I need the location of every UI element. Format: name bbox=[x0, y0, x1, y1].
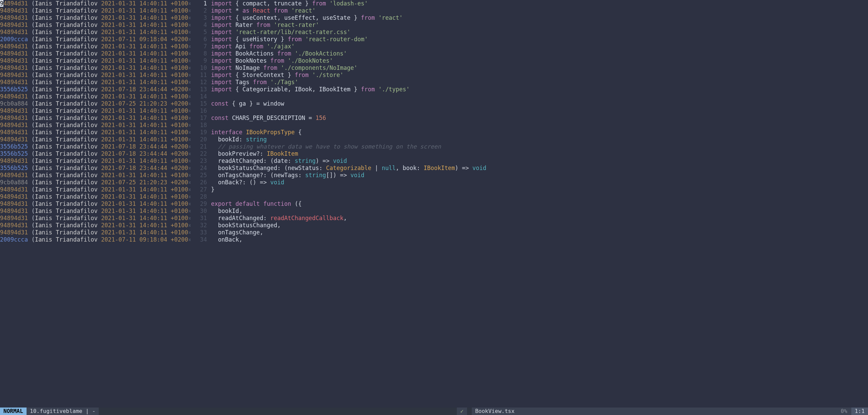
blame-row[interactable]: 94894d31 (Ianis Triandafilov 2021-01-31 … bbox=[0, 107, 191, 114]
code-line[interactable]: import { useContext, useEffect, useState… bbox=[211, 14, 868, 21]
blame-row[interactable]: 94894d31 (Ianis Triandafilov 2021-01-31 … bbox=[0, 50, 191, 57]
line-number: 4 bbox=[191, 21, 207, 29]
code-line[interactable] bbox=[211, 122, 868, 129]
code-line[interactable]: onBack?: () => void bbox=[211, 179, 868, 186]
code-line[interactable]: // passing whatever data we have to show… bbox=[211, 143, 868, 150]
blame-row[interactable]: 94894d31 (Ianis Triandafilov 2021-01-31 … bbox=[0, 14, 191, 21]
blame-row[interactable]: 94894d31 (Ianis Triandafilov 2021-01-31 … bbox=[0, 157, 191, 165]
blame-row[interactable]: 94894d31 (Ianis Triandafilov 2021-01-31 … bbox=[0, 200, 191, 207]
pane-divider bbox=[467, 408, 472, 415]
blame-row[interactable]: 9cb0a884 (Ianis Triandafilov 2021-07-25 … bbox=[0, 100, 191, 107]
code-line[interactable]: import Rater from 'react-rater' bbox=[211, 21, 868, 29]
line-number: 9 bbox=[191, 57, 207, 64]
code-line[interactable]: import { StoreContext } from './store' bbox=[211, 72, 868, 79]
blame-row[interactable]: 94894d31 (Ianis Triandafilov 2021-01-31 … bbox=[0, 93, 191, 100]
blame-row[interactable]: 94894d31 (Ianis Triandafilov 2021-01-31 … bbox=[0, 122, 191, 129]
code-line[interactable]: import Api from './ajax' bbox=[211, 43, 868, 50]
code-line[interactable] bbox=[211, 93, 868, 100]
line-number: 26 bbox=[191, 179, 207, 186]
code-pane[interactable]: 1234567891011121314151617181920212223242… bbox=[191, 0, 868, 408]
code-line[interactable]: import 'react-rater/lib/react-rater.css' bbox=[211, 29, 868, 36]
blame-row[interactable]: 94894d31 (Ianis Triandafilov 2021-01-31 … bbox=[0, 64, 191, 72]
mode-indicator: NORMAL bbox=[0, 408, 27, 415]
line-number: 5 bbox=[191, 29, 207, 36]
code-line[interactable]: bookPreview?: IBookItem bbox=[211, 150, 868, 157]
code-line[interactable]: interface IBookPropsType { bbox=[211, 129, 868, 136]
blame-row[interactable]: 3556b525 (Ianis Triandafilov 2021-07-18 … bbox=[0, 143, 191, 150]
line-number: 25 bbox=[191, 172, 207, 179]
code-line[interactable]: readAtChanged: (date: string) => void bbox=[211, 157, 868, 165]
line-number: 8 bbox=[191, 50, 207, 57]
blame-row[interactable]: 94894d31 (Ianis Triandafilov 2021-01-31 … bbox=[0, 114, 191, 122]
blame-gutter[interactable]: 94894d31 (Ianis Triandafilov 2021-01-31 … bbox=[0, 0, 191, 408]
code-line[interactable]: import * as React from 'react' bbox=[211, 7, 868, 14]
code-line[interactable]: import BookNotes from './BookNotes' bbox=[211, 57, 868, 64]
code-line[interactable]: bookStatusChanged: (newStatus: Categoriz… bbox=[211, 165, 868, 172]
code-line[interactable]: const { ga } = window bbox=[211, 100, 868, 107]
line-number: 30 bbox=[191, 207, 207, 215]
blame-row[interactable]: 3556b525 (Ianis Triandafilov 2021-07-18 … bbox=[0, 165, 191, 172]
line-number: 21 bbox=[191, 143, 207, 150]
blame-row[interactable]: 9cb0a884 (Ianis Triandafilov 2021-07-25 … bbox=[0, 179, 191, 186]
line-number: 19 bbox=[191, 129, 207, 136]
blame-row[interactable]: 94894d31 (Ianis Triandafilov 2021-01-31 … bbox=[0, 57, 191, 64]
code-line[interactable]: import { useHistory } from 'react-router… bbox=[211, 36, 868, 43]
blame-row[interactable]: 94894d31 (Ianis Triandafilov 2021-01-31 … bbox=[0, 43, 191, 50]
line-number: 27 bbox=[191, 186, 207, 193]
code-line[interactable]: bookStatusChanged, bbox=[211, 222, 868, 229]
blame-row[interactable]: 94894d31 (Ianis Triandafilov 2021-01-31 … bbox=[0, 172, 191, 179]
editor-viewport: 94894d31 (Ianis Triandafilov 2021-01-31 … bbox=[0, 0, 868, 408]
code-line[interactable]: bookId: string bbox=[211, 136, 868, 143]
code-column[interactable]: import { compact, truncate } from 'lodas… bbox=[211, 0, 868, 408]
code-line[interactable]: import { Categorizable, IBook, IBookItem… bbox=[211, 86, 868, 93]
lint-status-icon: ✓ bbox=[457, 408, 467, 415]
code-line[interactable]: readAtChanged: readAtChangedCallback, bbox=[211, 215, 868, 222]
line-number: 17 bbox=[191, 114, 207, 122]
code-line[interactable] bbox=[211, 193, 868, 200]
blame-row[interactable]: 94894d31 (Ianis Triandafilov 2021-01-31 … bbox=[0, 72, 191, 79]
code-line[interactable]: export default function ({ bbox=[211, 200, 868, 207]
line-number: 3 bbox=[191, 14, 207, 21]
code-line[interactable]: } bbox=[211, 186, 868, 193]
cursor-position: 1:1 bbox=[851, 408, 868, 415]
line-number: 7 bbox=[191, 43, 207, 50]
blame-row[interactable]: 94894d31 (Ianis Triandafilov 2021-01-31 … bbox=[0, 7, 191, 14]
blame-row[interactable]: 3556b525 (Ianis Triandafilov 2021-07-18 … bbox=[0, 150, 191, 157]
code-line[interactable]: import { compact, truncate } from 'lodas… bbox=[211, 0, 868, 7]
blame-row[interactable]: 94894d31 (Ianis Triandafilov 2021-01-31 … bbox=[0, 186, 191, 193]
code-line[interactable]: import NoImage from './components/NoImag… bbox=[211, 64, 868, 72]
line-number: 33 bbox=[191, 229, 207, 236]
blame-row[interactable]: 3556b525 (Ianis Triandafilov 2021-07-18 … bbox=[0, 86, 191, 93]
blame-row[interactable]: 94894d31 (Ianis Triandafilov 2021-01-31 … bbox=[0, 129, 191, 136]
blame-row[interactable]: 94894d31 (Ianis Triandafilov 2021-01-31 … bbox=[0, 207, 191, 215]
blame-row[interactable]: 94894d31 (Ianis Triandafilov 2021-01-31 … bbox=[0, 21, 191, 29]
code-line[interactable]: import Tags from './Tags' bbox=[211, 79, 868, 86]
blame-row[interactable]: 2009ccca (Ianis Triandafilov 2021-07-11 … bbox=[0, 236, 191, 243]
code-line[interactable]: const CHARS_PER_DESCRIPTION = 156 bbox=[211, 114, 868, 122]
line-number: 12 bbox=[191, 79, 207, 86]
line-number: 13 bbox=[191, 86, 207, 93]
blame-row[interactable]: 94894d31 (Ianis Triandafilov 2021-01-31 … bbox=[0, 79, 191, 86]
blame-row[interactable]: 94894d31 (Ianis Triandafilov 2021-01-31 … bbox=[0, 136, 191, 143]
code-line[interactable]: import BookActions from './BookActions' bbox=[211, 50, 868, 57]
line-number: 20 bbox=[191, 136, 207, 143]
code-line[interactable]: onTagsChange?: (newTags: string[]) => vo… bbox=[211, 172, 868, 179]
code-line[interactable]: onBack, bbox=[211, 236, 868, 243]
blame-row[interactable]: 2009ccca (Ianis Triandafilov 2021-07-11 … bbox=[0, 36, 191, 43]
line-number: 32 bbox=[191, 222, 207, 229]
code-line[interactable]: onTagsChange, bbox=[211, 229, 868, 236]
blame-row[interactable]: 94894d31 (Ianis Triandafilov 2021-01-31 … bbox=[0, 29, 191, 36]
line-number: 31 bbox=[191, 215, 207, 222]
code-line[interactable]: bookId, bbox=[211, 207, 868, 215]
blame-row[interactable]: 94894d31 (Ianis Triandafilov 2021-01-31 … bbox=[0, 215, 191, 222]
blame-row[interactable]: 94894d31 (Ianis Triandafilov 2021-01-31 … bbox=[0, 222, 191, 229]
line-number: 34 bbox=[191, 236, 207, 243]
scroll-percent: 0% bbox=[837, 408, 851, 415]
line-number-column: 1234567891011121314151617181920212223242… bbox=[191, 0, 211, 408]
blame-row[interactable]: 94894d31 (Ianis Triandafilov 2021-01-31 … bbox=[0, 0, 191, 7]
code-line[interactable] bbox=[211, 107, 868, 114]
status-line: NORMAL 10.fugitiveblame | - ✓ BookView.t… bbox=[0, 408, 868, 415]
blame-row[interactable]: 94894d31 (Ianis Triandafilov 2021-01-31 … bbox=[0, 229, 191, 236]
blame-row[interactable]: 94894d31 (Ianis Triandafilov 2021-01-31 … bbox=[0, 193, 191, 200]
line-number: 23 bbox=[191, 157, 207, 165]
